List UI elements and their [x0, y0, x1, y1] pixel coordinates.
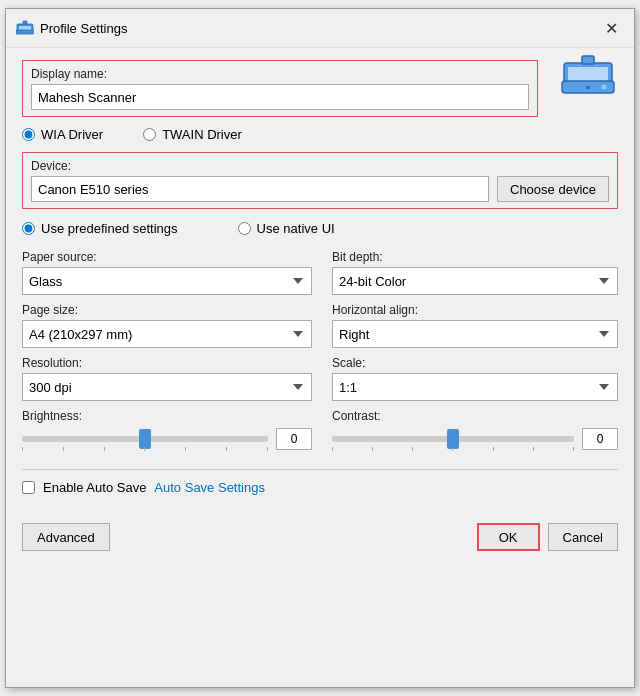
horizontal-align-label: Horizontal align:	[332, 303, 618, 317]
display-name-label: Display name:	[31, 67, 529, 81]
scale-label: Scale:	[332, 356, 618, 370]
auto-save-settings-link[interactable]: Auto Save Settings	[154, 480, 265, 495]
horizontal-align-group: Horizontal align: Left Center Right	[332, 303, 618, 348]
page-size-group: Page size: A4 (210x297 mm) A3 (297x420 m…	[22, 303, 312, 348]
svg-rect-2	[16, 30, 34, 34]
scale-select[interactable]: 1:1 1:2 2:1	[332, 373, 618, 401]
brightness-slider-row	[22, 427, 312, 451]
contrast-ticks	[332, 447, 574, 451]
bit-depth-group: Bit depth: 24-bit Color 8-bit Grayscale …	[332, 250, 618, 295]
right-column: Bit depth: 24-bit Color 8-bit Grayscale …	[332, 250, 618, 459]
display-name-section: Display name:	[22, 60, 538, 117]
twain-driver-radio[interactable]	[143, 128, 156, 141]
scanner-title-icon	[16, 20, 34, 36]
brightness-slider-thumb[interactable]	[139, 429, 151, 449]
profile-settings-dialog: Profile Settings ✕ Display name: WIA Dri…	[5, 8, 635, 688]
contrast-slider-track	[332, 436, 574, 442]
native-ui-radio[interactable]	[238, 222, 251, 235]
paper-source-select[interactable]: Glass ADF Duplex	[22, 267, 312, 295]
brightness-slider-container[interactable]	[22, 427, 268, 451]
brightness-ticks	[22, 447, 268, 451]
ok-cancel-group: OK Cancel	[477, 523, 618, 551]
title-bar: Profile Settings ✕	[6, 9, 634, 48]
divider	[22, 469, 618, 470]
resolution-select[interactable]: 75 dpi 150 dpi 300 dpi 600 dpi 1200 dpi	[22, 373, 312, 401]
contrast-value[interactable]	[582, 428, 618, 450]
page-size-select[interactable]: A4 (210x297 mm) A3 (297x420 mm) Letter (…	[22, 320, 312, 348]
bottom-buttons: Advanced OK Cancel	[6, 515, 634, 565]
native-ui-option[interactable]: Use native UI	[238, 221, 335, 236]
horizontal-align-select[interactable]: Left Center Right	[332, 320, 618, 348]
bit-depth-select[interactable]: 24-bit Color 8-bit Grayscale 1-bit Black…	[332, 267, 618, 295]
device-section: Device: Choose device	[22, 152, 618, 209]
ok-button[interactable]: OK	[477, 523, 540, 551]
left-column: Paper source: Glass ADF Duplex Page size…	[22, 250, 312, 459]
resolution-label: Resolution:	[22, 356, 312, 370]
settings-mode-row: Use predefined settings Use native UI	[22, 221, 618, 236]
svg-point-9	[602, 85, 607, 90]
contrast-slider-container[interactable]	[332, 427, 574, 451]
device-row: Choose device	[31, 176, 609, 202]
svg-rect-7	[582, 56, 594, 64]
wia-driver-label: WIA Driver	[41, 127, 103, 142]
device-input[interactable]	[31, 176, 489, 202]
native-ui-label: Use native UI	[257, 221, 335, 236]
brightness-label: Brightness:	[22, 409, 312, 423]
contrast-slider-thumb[interactable]	[447, 429, 459, 449]
twain-driver-label: TWAIN Driver	[162, 127, 242, 142]
choose-device-button[interactable]: Choose device	[497, 176, 609, 202]
page-size-label: Page size:	[22, 303, 312, 317]
paper-source-group: Paper source: Glass ADF Duplex	[22, 250, 312, 295]
brightness-value[interactable]	[276, 428, 312, 450]
settings-columns: Paper source: Glass ADF Duplex Page size…	[22, 250, 618, 459]
svg-rect-1	[19, 26, 31, 30]
svg-rect-3	[23, 21, 27, 24]
title-bar-left: Profile Settings	[16, 20, 127, 36]
contrast-group: Contrast:	[332, 409, 618, 451]
scanner-large-icon	[560, 53, 616, 99]
resolution-group: Resolution: 75 dpi 150 dpi 300 dpi 600 d…	[22, 356, 312, 401]
predefined-settings-radio[interactable]	[22, 222, 35, 235]
title-text: Profile Settings	[40, 21, 127, 36]
scale-group: Scale: 1:1 1:2 2:1	[332, 356, 618, 401]
svg-rect-5	[568, 67, 608, 81]
cancel-button[interactable]: Cancel	[548, 523, 618, 551]
wia-driver-radio[interactable]	[22, 128, 35, 141]
predefined-settings-label: Use predefined settings	[41, 221, 178, 236]
paper-source-label: Paper source:	[22, 250, 312, 264]
svg-rect-8	[586, 86, 590, 89]
advanced-button[interactable]: Advanced	[22, 523, 110, 551]
driver-radio-row: WIA Driver TWAIN Driver	[22, 127, 618, 142]
wia-driver-option[interactable]: WIA Driver	[22, 127, 103, 142]
auto-save-row: Enable Auto Save Auto Save Settings	[22, 480, 618, 495]
twain-driver-option[interactable]: TWAIN Driver	[143, 127, 242, 142]
contrast-slider-row	[332, 427, 618, 451]
contrast-label: Contrast:	[332, 409, 618, 423]
device-label: Device:	[31, 159, 609, 173]
bit-depth-label: Bit depth:	[332, 250, 618, 264]
predefined-settings-option[interactable]: Use predefined settings	[22, 221, 178, 236]
auto-save-checkbox[interactable]	[22, 481, 35, 494]
display-name-input[interactable]	[31, 84, 529, 110]
close-button[interactable]: ✕	[598, 15, 624, 41]
auto-save-label[interactable]: Enable Auto Save	[43, 480, 146, 495]
brightness-slider-track	[22, 436, 268, 442]
brightness-group: Brightness:	[22, 409, 312, 451]
